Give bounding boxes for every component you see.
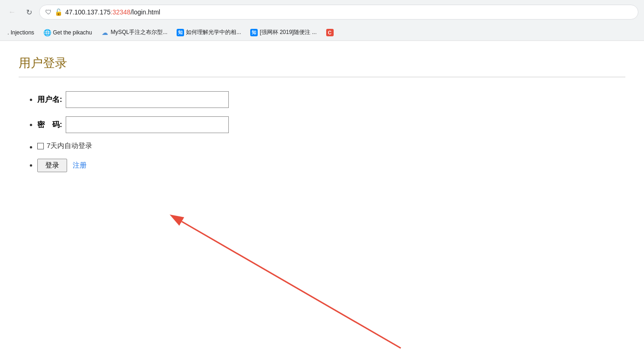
bookmark-zhihu1[interactable]: 知 如何理解光学中的相... — [173, 27, 245, 38]
reload-button[interactable]: ↻ — [22, 6, 35, 19]
cloud-icon: ☁ — [101, 29, 109, 36]
divider — [19, 77, 625, 77]
shield-icon: 🛡 — [45, 8, 52, 16]
bookmark-mysql-label: MySQL手注之布尔型... — [110, 28, 167, 36]
login-form: 用户名: 密 码: 7天内自动登录 登录 注册 — [19, 91, 625, 172]
bookmark-c[interactable]: C — [322, 27, 337, 38]
top-bar: ← ↻ 🛡 🔓 47.100.137.175:32348/login.html — [0, 0, 644, 24]
c-icon: C — [326, 29, 334, 36]
page-title: 用户登录 — [19, 55, 625, 71]
bookmark-zhihu2[interactable]: 知 [强网杯 2019]随便注 ... — [247, 27, 320, 38]
bookmark-injections-label: . Injections — [7, 29, 34, 36]
bookmark-pikachu[interactable]: 🌐 Get the pikachu — [40, 27, 96, 38]
bookmark-mysql[interactable]: ☁ MySQL手注之布尔型... — [97, 27, 171, 38]
bookmarks-bar: . Injections 🌐 Get the pikachu ☁ MySQL手注… — [0, 24, 644, 41]
remember-label: 7天内自动登录 — [47, 141, 92, 150]
remember-checkbox[interactable] — [37, 143, 44, 149]
btn-row: 登录 注册 — [37, 159, 625, 172]
back-button[interactable]: ← — [6, 6, 19, 19]
username-field-item: 用户名: — [37, 91, 625, 108]
username-label: 用户名: — [37, 95, 62, 105]
back-icon: ← — [8, 8, 16, 16]
password-label: 密 码: — [37, 120, 62, 130]
login-button[interactable]: 登录 — [37, 159, 67, 172]
username-input[interactable] — [66, 91, 229, 108]
zhihu-icon-2: 知 — [250, 29, 258, 36]
password-row: 密 码: — [37, 116, 625, 133]
globe-icon: 🌐 — [43, 29, 51, 36]
register-link[interactable]: 注册 — [73, 161, 87, 170]
page-content: 用户登录 用户名: 密 码: 7天内自动登录 — [0, 41, 644, 362]
action-buttons-item: 登录 注册 — [37, 159, 625, 172]
lock-icon: 🔓 — [55, 8, 62, 16]
bookmark-zhihu2-label: [强网杯 2019]随便注 ... — [260, 28, 316, 36]
remember-me-item: 7天内自动登录 — [37, 141, 625, 150]
bookmark-zhihu1-label: 如何理解光学中的相... — [186, 28, 241, 36]
url-text: 47.100.137.175:32348/login.html — [65, 8, 160, 16]
zhihu-icon-1: 知 — [177, 29, 184, 36]
svg-line-1 — [182, 222, 401, 348]
remember-row: 7天内自动登录 — [37, 141, 625, 150]
username-row: 用户名: — [37, 91, 625, 108]
password-field-item: 密 码: — [37, 116, 625, 133]
bookmark-injections[interactable]: . Injections — [4, 27, 38, 38]
arrow-annotation — [121, 204, 424, 362]
browser-chrome: ← ↻ 🛡 🔓 47.100.137.175:32348/login.html … — [0, 0, 644, 362]
bookmark-pikachu-label: Get the pikachu — [53, 29, 92, 36]
reload-icon: ↻ — [26, 8, 32, 17]
address-bar[interactable]: 🛡 🔓 47.100.137.175:32348/login.html — [39, 5, 638, 20]
password-input[interactable] — [66, 116, 229, 133]
